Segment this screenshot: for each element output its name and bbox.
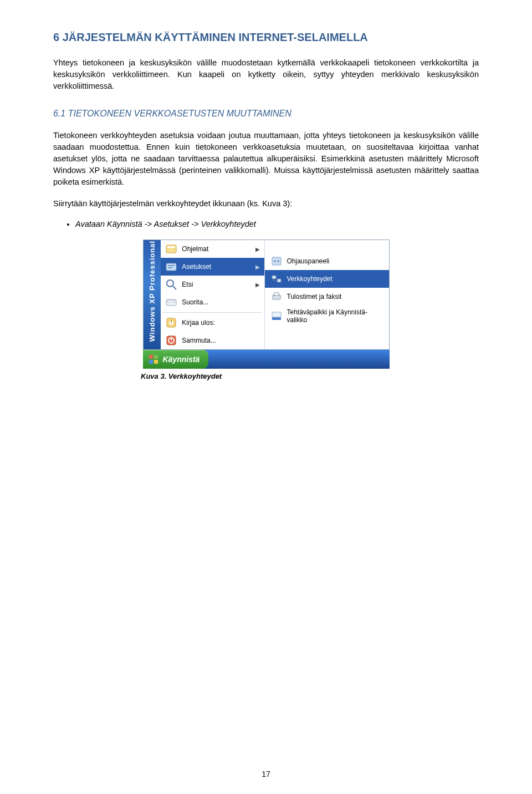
svg-rect-25 [154, 355, 158, 359]
svg-rect-8 [167, 301, 175, 302]
shutdown-icon [165, 334, 177, 347]
svg-rect-24 [149, 355, 153, 359]
svg-rect-23 [272, 312, 281, 317]
search-icon [165, 278, 177, 291]
logoff-icon [165, 317, 177, 329]
control-panel-icon [270, 255, 283, 267]
menu-label: Suorita... [182, 298, 259, 306]
svg-rect-27 [154, 360, 158, 364]
figure-startmenu: Windows XP Professional Ohjelmat ▶ Asetu… [143, 240, 390, 369]
menu-item-etsi[interactable]: Etsi ▶ [161, 276, 264, 293]
taskbar-icon [270, 310, 283, 322]
figure-caption: Kuva 3. Verkkoyhteydet [141, 372, 479, 380]
svg-rect-3 [168, 265, 175, 266]
printers-icon [270, 291, 283, 303]
svg-rect-1 [167, 246, 175, 248]
submenu-label: Verkkoyhteydet [287, 275, 332, 283]
submenu-label: Tulostimet ja faksit [287, 293, 342, 301]
submenu-item-verkkoyhteydet[interactable]: Verkkoyhteydet [265, 270, 389, 288]
network-connections-icon [270, 273, 283, 285]
startmenu-window: Windows XP Professional Ohjelmat ▶ Asetu… [143, 240, 390, 350]
submenu-label: Ohjauspaneeli [287, 257, 330, 265]
bullet-list: Avataan Käynnistä -> Asetukset -> Verkko… [75, 220, 479, 228]
menu-label: Etsi [182, 281, 250, 288]
svg-point-5 [167, 280, 173, 287]
submenu-item-tehtavapalkki[interactable]: Tehtäväpalkki ja Käynnistä-valikko [265, 306, 389, 327]
svg-rect-22 [272, 317, 281, 320]
menu-item-kirjaa-ulos[interactable]: Kirjaa ulos: [161, 314, 264, 332]
windows-logo-icon [147, 353, 160, 365]
startmenu-left-column: Ohjelmat ▶ Asetukset ▶ Etsi ▶ [161, 240, 264, 349]
svg-rect-15 [272, 257, 281, 265]
caption-label: Kuva 3. Verkkoyhteydet [141, 372, 222, 380]
chevron-right-icon: ▶ [255, 282, 260, 288]
heading-1: 6 JÄRJESTELMÄN KÄYTTÄMINEN INTERNET-SELA… [53, 31, 479, 44]
sidebar-label: Windows XP Professional [148, 241, 156, 342]
svg-rect-18 [272, 276, 276, 279]
svg-point-17 [277, 260, 279, 262]
taskbar: Käynnistä [143, 350, 390, 369]
chevron-right-icon: ▶ [255, 246, 260, 252]
menu-label: Asetukset [182, 263, 250, 271]
page-number: 17 [0, 770, 532, 778]
paragraph-lead: Siirrytään käyttöjärjestelmän verkkoyhte… [53, 198, 479, 210]
submenu-item-ohjauspaneeli[interactable]: Ohjauspaneeli [265, 252, 389, 270]
heading-2: 6.1 TIETOKONEEN VERKKOASETUSTEN MUUTTAMI… [53, 109, 479, 119]
bullet-item: Avataan Käynnistä -> Asetukset -> Verkko… [75, 220, 479, 228]
svg-rect-2 [166, 263, 176, 271]
start-button-label: Käynnistä [163, 355, 200, 364]
paragraph-body: Tietokoneen verkkoyhteyden asetuksia voi… [53, 130, 479, 188]
svg-rect-4 [168, 267, 172, 268]
menu-separator [163, 312, 262, 313]
submenu-item-tulostimet[interactable]: Tulostimet ja faksit [265, 288, 389, 306]
menu-item-suorita[interactable]: Suorita... [161, 293, 264, 311]
svg-rect-11 [171, 320, 172, 323]
svg-line-6 [173, 286, 176, 289]
menu-item-sammuta[interactable]: Sammuta... [161, 332, 264, 349]
svg-rect-26 [149, 360, 153, 364]
submenu-label: Tehtäväpalkki ja Käynnistä-valikko [287, 308, 383, 324]
menu-item-asetukset[interactable]: Asetukset ▶ [161, 258, 264, 276]
run-icon [165, 296, 177, 308]
menu-label: Kirjaa ulos: [182, 319, 259, 327]
programs-icon [165, 243, 177, 255]
svg-point-16 [274, 260, 276, 262]
chevron-right-icon: ▶ [255, 264, 260, 270]
startmenu-right-column: Ohjauspaneeli Verkkoyhteydet Tulostimet … [265, 240, 389, 349]
settings-icon [165, 261, 177, 273]
paragraph-intro: Yhteys tietokoneen ja keskusyksikön väli… [53, 57, 479, 92]
svg-rect-14 [171, 337, 172, 340]
startmenu-sidebar: Windows XP Professional [144, 240, 161, 349]
menu-item-ohjelmat[interactable]: Ohjelmat ▶ [161, 240, 264, 258]
start-button[interactable]: Käynnistä [143, 350, 209, 369]
svg-rect-21 [274, 293, 279, 296]
menu-label: Ohjelmat [182, 245, 250, 253]
menu-label: Sammuta... [182, 337, 259, 344]
